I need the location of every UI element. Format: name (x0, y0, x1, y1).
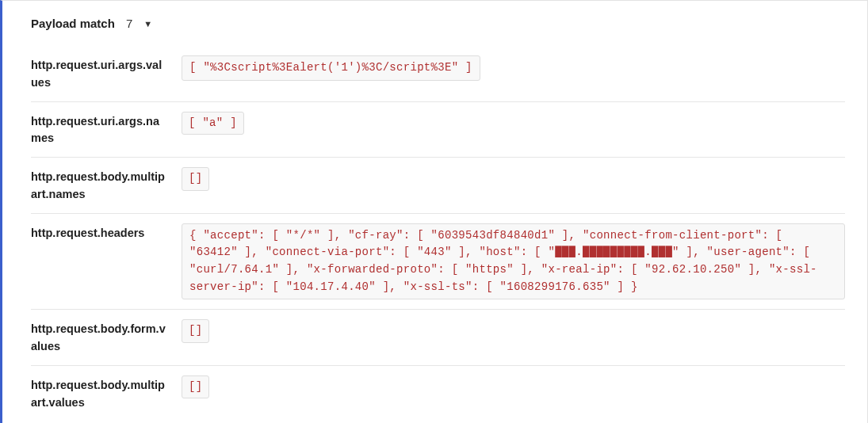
code-value: { "accept": [ "*/*" ], "cf-ray": [ "6039… (182, 223, 845, 300)
collapse-toggle-icon[interactable]: ▼ (143, 19, 152, 29)
code-value: [] (182, 319, 209, 343)
field-label: http.request.uri.args.names (31, 112, 167, 148)
section-header: Payload match 7 ▼ (31, 17, 845, 30)
code-value: [ "a" ] (182, 112, 244, 135)
field-label: http.request.body.multipart.names (31, 167, 167, 204)
field-label: http.request.uri.args.values (31, 55, 167, 92)
field-value: [] (182, 167, 845, 191)
code-value: [] (182, 167, 209, 191)
payload-match-panel: Payload match 7 ▼ http.request.uri.args.… (0, 0, 868, 423)
field-value: [] (182, 375, 845, 399)
field-row: http.request.body.form.values [] (31, 310, 845, 366)
field-value: { "accept": [ "*/*" ], "cf-ray": [ "6039… (182, 223, 845, 300)
field-row: http.request.uri.args.names [ "a" ] (31, 102, 845, 158)
field-row: http.request.headers { "accept": [ "*/*"… (31, 214, 845, 311)
field-label: http.request.body.form.values (31, 319, 167, 356)
field-value: [ "%3Cscript%3Ealert('1')%3C/script%3E" … (182, 55, 845, 81)
field-row: http.request.body.multipart.names [] (31, 158, 845, 214)
field-label: http.request.headers (31, 223, 167, 242)
code-value: [ "%3Cscript%3Ealert('1')%3C/script%3E" … (182, 55, 480, 81)
field-row: http.request.body.multipart.values [] (31, 366, 845, 421)
section-count: 7 (126, 17, 132, 30)
field-label: http.request.body.multipart.values (31, 375, 167, 412)
field-row: http.request.uri.args.values [ "%3Cscrip… (31, 46, 845, 102)
section-title: Payload match (31, 17, 115, 30)
field-value: [ "a" ] (182, 112, 845, 135)
field-value: [] (182, 319, 845, 343)
code-value: [] (182, 375, 209, 399)
